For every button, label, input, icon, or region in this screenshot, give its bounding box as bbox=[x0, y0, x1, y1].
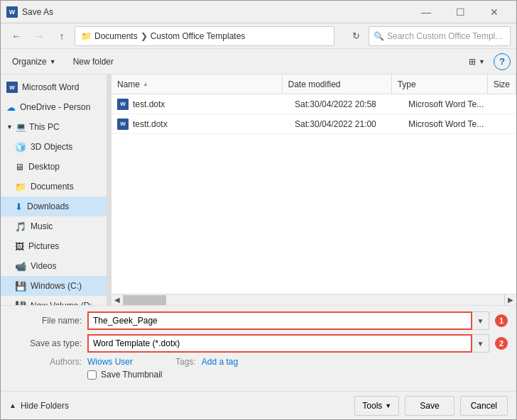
search-icon: 🔍 bbox=[374, 31, 384, 41]
horizontal-scrollbar[interactable]: ◀ ▶ bbox=[111, 294, 516, 305]
videos-icon: 📹 bbox=[15, 261, 26, 272]
title-bar-left: W Save As bbox=[6, 6, 53, 18]
file-word-icon-1: W bbox=[117, 118, 129, 130]
sidebar-item-windows-c[interactable]: 💾 Windows (C:) bbox=[1, 276, 107, 296]
sidebar-item-pictures[interactable]: 🖼 Pictures bbox=[1, 236, 107, 256]
view-options-button[interactable]: ⊞ ▼ bbox=[466, 52, 488, 72]
badge-1: 1 bbox=[495, 314, 508, 327]
sidebar-item-onedrive[interactable]: ☁ OneDrive - Person bbox=[1, 97, 107, 117]
col-header-type[interactable]: Type bbox=[392, 74, 488, 94]
file-name-text-0: test.dotx bbox=[133, 99, 165, 109]
sidebar-item-new-volume-d[interactable]: 💾 New Volume (D: bbox=[1, 296, 107, 305]
sidebar: W Microsoft Word ☁ OneDrive - Person ▼ 💻… bbox=[1, 74, 107, 305]
sidebar-this-pc-header[interactable]: ▼ 💻 This PC bbox=[1, 117, 107, 137]
nav-bar: ← → ↑ 📁 Documents ❯ Custom Office Templa… bbox=[1, 23, 516, 49]
file-row-1[interactable]: W testt.dotx Sat:30/04/2022 21:00 Micros… bbox=[111, 114, 516, 134]
file-row-0[interactable]: W test.dotx Sat:30/04/2022 20:58 Microso… bbox=[111, 94, 516, 114]
thumbnail-row: Save Thumbnail bbox=[9, 370, 508, 380]
file-type-0: Microsoft Word Te... bbox=[403, 94, 502, 114]
breadcrumb[interactable]: 📁 Documents ❯ Custom Office Templates bbox=[75, 26, 334, 46]
save-type-select-wrapper: ▼ bbox=[87, 334, 489, 353]
file-name-label: File name: bbox=[9, 316, 87, 326]
organize-label: Organize bbox=[12, 57, 47, 67]
forward-button[interactable]: → bbox=[29, 26, 49, 46]
file-type-1: Microsoft Word Te... bbox=[403, 114, 502, 133]
file-name-row: File name: ▼ 1 bbox=[9, 311, 508, 330]
new-folder-button[interactable]: New folder bbox=[67, 52, 119, 72]
refresh-button[interactable]: ↻ bbox=[346, 26, 366, 46]
tools-button[interactable]: Tools ▼ bbox=[354, 396, 399, 416]
save-thumbnail-label: Save Thumbnail bbox=[101, 370, 163, 380]
col-header-date[interactable]: Date modified bbox=[283, 74, 392, 94]
onedrive-icon: ☁ bbox=[6, 102, 16, 113]
computer-icon: 💻 bbox=[16, 122, 26, 132]
file-name-input[interactable] bbox=[87, 311, 472, 330]
col-header-name[interactable]: Name ▲ bbox=[111, 74, 283, 94]
file-date-text-1: Sat:30/04/2022 21:00 bbox=[295, 119, 376, 129]
breadcrumb-documents: Documents bbox=[94, 31, 138, 41]
save-thumbnail-checkbox[interactable] bbox=[87, 370, 97, 380]
scroll-left-button[interactable]: ◀ bbox=[111, 294, 123, 306]
breadcrumb-separator: ❯ bbox=[141, 31, 148, 41]
drive-icon: 💾 bbox=[15, 281, 26, 292]
cancel-label: Cancel bbox=[471, 401, 497, 411]
app-icon: W bbox=[6, 6, 18, 18]
save-button[interactable]: Save bbox=[405, 396, 454, 416]
help-button[interactable]: ? bbox=[494, 53, 511, 70]
view-arrow-icon: ▼ bbox=[479, 58, 485, 65]
organize-button[interactable]: Organize ▼ bbox=[6, 52, 62, 72]
tags-value[interactable]: Add a tag bbox=[202, 357, 238, 367]
maximize-button[interactable]: ☐ bbox=[444, 1, 477, 23]
sidebar-item-documents[interactable]: 📁 Documents bbox=[1, 177, 107, 197]
col-type-label: Type bbox=[398, 79, 416, 89]
sidebar-item-downloads[interactable]: ⬇ Downloads bbox=[1, 197, 107, 216]
file-name-1: W testt.dotx bbox=[111, 114, 289, 133]
downloads-icon: ⬇ bbox=[15, 201, 23, 212]
file-date-text-0: Sat:30/04/2022 20:58 bbox=[295, 99, 376, 109]
word-icon: W bbox=[6, 82, 18, 93]
save-as-dialog: W Save As — ☐ ✕ ← → ↑ 📁 Documents ❯ Cust… bbox=[0, 0, 517, 420]
scroll-right-button[interactable]: ▶ bbox=[505, 294, 516, 306]
sidebar-item-microsoft-word[interactable]: W Microsoft Word bbox=[1, 77, 107, 97]
file-word-icon-0: W bbox=[117, 99, 129, 110]
tags-label: Tags: bbox=[175, 357, 196, 367]
save-type-dropdown[interactable]: ▼ bbox=[472, 334, 489, 353]
col-date-label: Date modified bbox=[288, 79, 341, 89]
sidebar-item-music[interactable]: 🎵 Music bbox=[1, 216, 107, 236]
col-header-size[interactable]: Size bbox=[488, 74, 516, 94]
badge-2: 2 bbox=[495, 337, 508, 350]
search-placeholder: Search Custom Office Templ... bbox=[387, 31, 502, 41]
sidebar-item-label: 3D Objects bbox=[31, 142, 72, 152]
back-button[interactable]: ← bbox=[6, 26, 26, 46]
hide-folders-toggle[interactable]: ▲ Hide Folders bbox=[9, 401, 69, 411]
sidebar-item-3d-objects[interactable]: 🧊 3D Objects bbox=[1, 137, 107, 157]
bottom-form: File name: ▼ 1 Save as type: ▼ 2 Authors… bbox=[1, 305, 516, 391]
tools-label: Tools bbox=[362, 401, 382, 411]
up-button[interactable]: ↑ bbox=[52, 26, 72, 46]
cube-icon: 🧊 bbox=[15, 142, 26, 153]
sidebar-item-desktop[interactable]: 🖥 Desktop bbox=[1, 157, 107, 177]
toolbar: Organize ▼ New folder ⊞ ▼ ? bbox=[1, 49, 516, 74]
file-type-text-1: Microsoft Word Te... bbox=[408, 119, 484, 129]
file-name-text-1: testt.dotx bbox=[133, 119, 168, 129]
sidebar-item-label: Music bbox=[31, 221, 53, 231]
file-size-1 bbox=[502, 114, 516, 133]
close-button[interactable]: ✕ bbox=[478, 1, 511, 23]
file-list: W test.dotx Sat:30/04/2022 20:58 Microso… bbox=[111, 94, 516, 294]
sidebar-item-videos[interactable]: 📹 Videos bbox=[1, 256, 107, 276]
main-area: W Microsoft Word ☁ OneDrive - Person ▼ 💻… bbox=[1, 74, 516, 305]
chevron-up-icon: ▲ bbox=[9, 402, 16, 409]
sidebar-item-label: Pictures bbox=[28, 241, 59, 251]
minimize-button[interactable]: — bbox=[410, 1, 442, 23]
file-size-0 bbox=[502, 94, 516, 114]
sidebar-item-label: Documents bbox=[31, 182, 74, 192]
file-name-dropdown[interactable]: ▼ bbox=[472, 311, 489, 330]
scrollbar-thumb[interactable] bbox=[124, 295, 166, 305]
scrollbar-track[interactable] bbox=[123, 294, 505, 306]
cancel-button[interactable]: Cancel bbox=[460, 396, 508, 416]
sidebar-item-label: Microsoft Word bbox=[22, 82, 79, 92]
save-type-input[interactable] bbox=[87, 334, 472, 353]
save-label: Save bbox=[420, 401, 439, 411]
search-bar[interactable]: 🔍 Search Custom Office Templ... bbox=[369, 26, 511, 46]
sidebar-item-label: OneDrive - Person bbox=[20, 102, 90, 112]
